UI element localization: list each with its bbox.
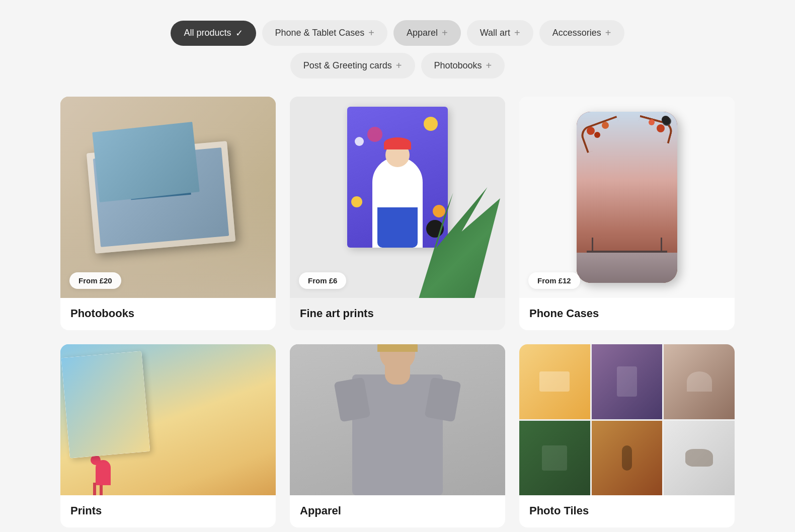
price-badge-fineart: From £6: [299, 272, 346, 289]
product-card-fineart[interactable]: From £6 Fine art prints: [290, 97, 505, 330]
product-title-prints2: Prints: [60, 495, 276, 527]
filter-wall-art[interactable]: Wall art +: [467, 20, 533, 46]
filter-accessories[interactable]: Accessories +: [539, 20, 624, 46]
filter-label: Apparel: [407, 28, 438, 38]
filter-phone-tablet[interactable]: Phone & Tablet Cases +: [262, 20, 387, 46]
filter-all-products[interactable]: All products ✓: [171, 21, 256, 46]
plus-icon: +: [396, 60, 402, 71]
product-card-phone[interactable]: From £12 Phone Cases: [519, 97, 735, 330]
product-card-apparel[interactable]: Apparel: [290, 344, 505, 527]
price-badge-photobook: From £20: [69, 272, 121, 289]
filter-apparel[interactable]: Apparel +: [393, 20, 461, 46]
filter-label: Accessories: [552, 28, 601, 38]
page-container: All products ✓ Phone & Tablet Cases + Ap…: [0, 0, 795, 532]
product-image-photobook: From £20: [60, 97, 276, 298]
product-card-photobooks[interactable]: From £20 Photobooks: [60, 97, 276, 330]
product-image-fineart: From £6: [290, 97, 505, 298]
filter-photobooks[interactable]: Photobooks +: [421, 53, 505, 79]
plus-icon: +: [605, 27, 611, 39]
product-title-apparel: Apparel: [290, 495, 505, 527]
product-image-prints2: [60, 344, 276, 495]
product-image-collage: [519, 344, 735, 495]
filter-label: Phone & Tablet Cases: [275, 28, 365, 38]
filter-label: All products: [184, 28, 231, 38]
collage-cell-1: [519, 344, 590, 419]
check-icon: ✓: [235, 28, 243, 39]
product-title-fineart: Fine art prints: [290, 298, 505, 330]
collage-cell-2: [592, 344, 663, 419]
collage-cell-3: [664, 344, 735, 419]
filter-label: Photobooks: [434, 60, 482, 71]
price-badge-phone: From £12: [528, 272, 580, 289]
plus-icon: +: [514, 27, 520, 39]
plus-icon: +: [368, 27, 374, 39]
product-title-collage: Photo Tiles: [519, 495, 735, 527]
product-title-photobooks: Photobooks: [60, 298, 276, 330]
filter-label: Post & Greeting cards: [303, 60, 392, 71]
product-title-phone: Phone Cases: [519, 298, 735, 330]
product-image-apparel: [290, 344, 505, 495]
product-card-prints2[interactable]: Prints: [60, 344, 276, 527]
plus-icon: +: [442, 27, 448, 39]
filter-row-2: Post & Greeting cards + Photobooks +: [60, 53, 735, 79]
plus-icon: +: [486, 60, 492, 71]
filter-row-1: All products ✓ Phone & Tablet Cases + Ap…: [60, 20, 735, 46]
product-card-collage[interactable]: Photo Tiles: [519, 344, 735, 527]
filter-post-greeting[interactable]: Post & Greeting cards +: [290, 53, 415, 79]
filter-label: Wall art: [480, 28, 510, 38]
collage-cell-4: [519, 421, 590, 496]
collage-cell-6: [664, 421, 735, 496]
products-grid: From £20 Photobooks: [60, 97, 735, 527]
product-image-phone: From £12: [519, 97, 735, 298]
collage-cell-5: [592, 421, 663, 496]
